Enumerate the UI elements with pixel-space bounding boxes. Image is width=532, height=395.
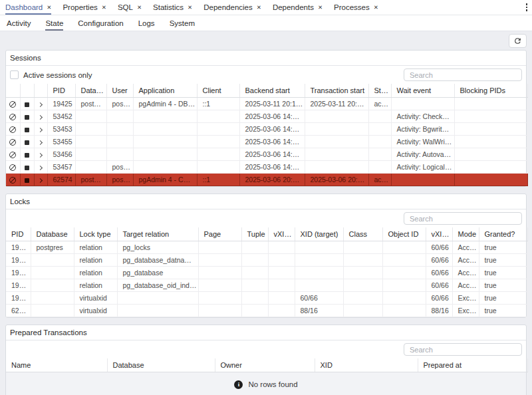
column-header[interactable]: State	[368, 84, 391, 98]
expand-row-cell[interactable]	[34, 98, 47, 110]
column-header[interactable]: XID (target)	[295, 227, 343, 241]
column-header[interactable]: Tuple	[241, 227, 268, 241]
column-header[interactable]: Target relation	[117, 227, 198, 241]
locks-search-input[interactable]	[404, 212, 522, 225]
cancel-session-cell[interactable]	[6, 148, 20, 161]
tab-processes[interactable]: Processes ✕	[334, 0, 378, 15]
subtab-logs[interactable]: Logs	[138, 15, 155, 31]
expand-row-icon[interactable]	[37, 140, 42, 145]
column-header[interactable]: vXID (...	[426, 227, 452, 241]
expand-row-icon[interactable]	[37, 166, 42, 170]
column-header[interactable]: Database	[107, 358, 215, 372]
column-header[interactable]: Name	[6, 358, 107, 372]
cancel-session-cell[interactable]	[6, 174, 20, 186]
stop-session-cell[interactable]	[20, 123, 34, 136]
column-header[interactable]: Mode	[452, 227, 479, 241]
column-header[interactable]: Wait event	[391, 84, 454, 98]
column-header[interactable]: Owner	[215, 358, 315, 372]
cancel-session-icon[interactable]	[9, 139, 16, 146]
tab-dependencies[interactable]: Dependencies ✕	[203, 0, 261, 15]
column-header[interactable]: PID	[6, 227, 31, 241]
close-icon[interactable]: ✕	[257, 4, 261, 11]
tab-dependents[interactable]: Dependents ✕	[273, 0, 323, 15]
expand-row-cell[interactable]	[34, 110, 47, 123]
column-header[interactable]: Granted?	[479, 227, 527, 241]
cancel-session-icon[interactable]	[9, 177, 16, 184]
column-header[interactable]: Lock type	[74, 227, 117, 241]
cancel-session-cell[interactable]	[6, 123, 20, 136]
expand-row-icon[interactable]	[37, 128, 42, 132]
stop-session-icon[interactable]	[25, 153, 29, 158]
cell: 2025-03-06 14:10:11 ...	[239, 161, 305, 174]
subtab-system[interactable]: System	[170, 15, 195, 31]
tab-properties[interactable]: Properties ✕	[63, 0, 106, 15]
tab-sql[interactable]: SQL ✕	[118, 0, 142, 15]
cancel-session-icon[interactable]	[9, 164, 16, 171]
column-header[interactable]: XID	[315, 358, 418, 372]
cancel-session-icon[interactable]	[9, 114, 16, 120]
close-icon[interactable]: ✕	[188, 4, 192, 11]
stop-session-icon[interactable]	[25, 166, 29, 170]
expand-row-cell[interactable]	[34, 161, 47, 174]
kebab-menu-icon[interactable]	[526, 3, 528, 11]
column-header[interactable]: Blocking PIDs	[454, 84, 527, 98]
stop-session-cell[interactable]	[20, 98, 34, 110]
column-header[interactable]: Class	[343, 227, 382, 241]
cancel-session-icon[interactable]	[9, 126, 16, 133]
stop-session-icon[interactable]	[25, 102, 29, 107]
column-header[interactable]: Database	[75, 84, 106, 98]
stop-session-cell[interactable]	[20, 161, 34, 174]
cancel-session-icon[interactable]	[9, 101, 16, 108]
cancel-session-icon[interactable]	[9, 152, 16, 158]
stop-session-icon[interactable]	[25, 115, 29, 120]
stop-session-icon[interactable]	[25, 140, 29, 145]
close-icon[interactable]: ✕	[102, 4, 106, 11]
expand-row-icon[interactable]	[37, 115, 42, 120]
column-header[interactable]: Database	[31, 227, 74, 241]
stop-session-cell[interactable]	[20, 110, 34, 123]
column-header[interactable]	[6, 84, 20, 98]
expand-row-cell[interactable]	[34, 136, 47, 148]
cancel-session-cell[interactable]	[6, 161, 20, 174]
column-header[interactable]: PID	[47, 84, 75, 98]
expand-row-icon[interactable]	[37, 178, 42, 183]
tab-statistics[interactable]: Statistics ✕	[153, 0, 192, 15]
active-sessions-checkbox[interactable]	[10, 70, 19, 79]
cancel-session-cell[interactable]	[6, 110, 20, 123]
sessions-search-input[interactable]	[404, 68, 522, 81]
close-icon[interactable]: ✕	[47, 4, 51, 11]
column-header[interactable]	[34, 84, 47, 98]
close-icon[interactable]: ✕	[374, 4, 378, 11]
expand-row-cell[interactable]	[34, 148, 47, 161]
expand-row-cell[interactable]	[34, 123, 47, 136]
column-header[interactable]: Prepared at	[418, 358, 527, 372]
cancel-session-cell[interactable]	[6, 98, 20, 110]
column-header[interactable]: Object ID	[382, 227, 426, 241]
column-header[interactable]: User	[106, 84, 133, 98]
stop-session-cell[interactable]	[20, 136, 34, 148]
stop-session-cell[interactable]	[20, 148, 34, 161]
cancel-session-cell[interactable]	[6, 136, 20, 148]
subtab-configuration[interactable]: Configuration	[78, 15, 123, 31]
close-icon[interactable]: ✕	[318, 4, 323, 11]
column-header[interactable]: Backend start	[239, 84, 305, 98]
column-header[interactable]: Client	[197, 84, 239, 98]
column-header[interactable]: Page	[198, 227, 241, 241]
tab-dashboard[interactable]: Dashboard ✕	[5, 0, 51, 15]
prepared-search-input[interactable]	[404, 343, 522, 356]
column-header[interactable]: vXID (t...	[268, 227, 295, 241]
expand-row-icon[interactable]	[37, 102, 42, 107]
column-header[interactable]: Transaction start	[305, 84, 368, 98]
refresh-button[interactable]	[509, 34, 527, 48]
column-header[interactable]: Application	[133, 84, 197, 98]
locks-table: PIDDatabaseLock typeTarget relationPageT…	[6, 227, 528, 317]
subtab-state[interactable]: State	[45, 15, 63, 31]
stop-session-icon[interactable]	[25, 178, 29, 183]
subtab-activity[interactable]: Activity	[7, 15, 31, 31]
column-header[interactable]	[20, 84, 34, 98]
stop-session-cell[interactable]	[20, 174, 34, 186]
close-icon[interactable]: ✕	[137, 4, 142, 11]
stop-session-icon[interactable]	[25, 128, 29, 132]
expand-row-cell[interactable]	[34, 174, 47, 186]
expand-row-icon[interactable]	[37, 153, 42, 158]
